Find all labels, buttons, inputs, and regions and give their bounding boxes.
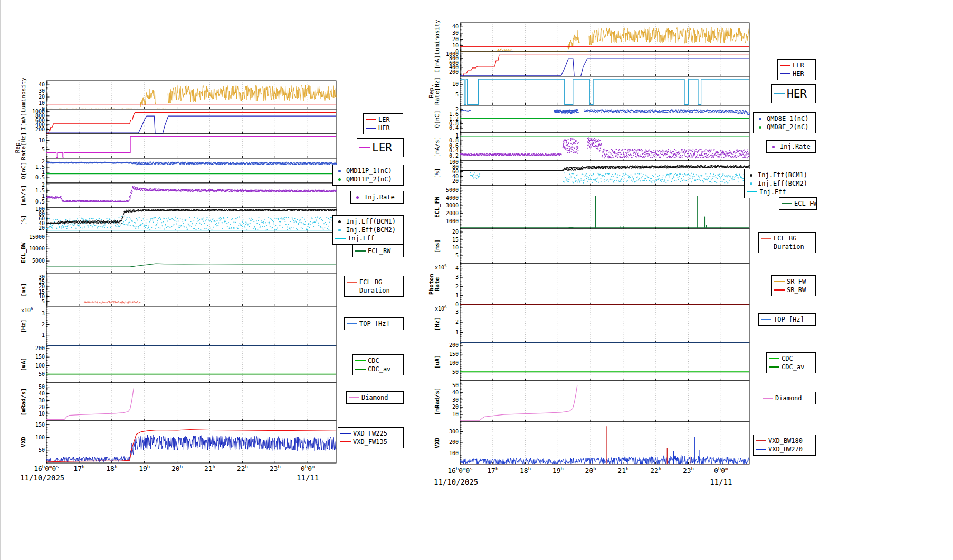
y-axis-label: Q[nC]	[20, 162, 27, 179]
svg-text:300: 300	[449, 429, 459, 435]
x-tick-label: 20h	[171, 464, 183, 472]
svg-text:2: 2	[455, 107, 459, 112]
svg-text:10: 10	[39, 138, 45, 143]
x-tick-label: 0h0m	[714, 466, 728, 475]
subplot-luminosity: 010203040Luminosity	[434, 20, 749, 55]
svg-text:100: 100	[35, 363, 45, 369]
svg-text:10: 10	[452, 245, 459, 250]
svg-text:1000: 1000	[446, 51, 459, 57]
svg-text:10: 10	[452, 81, 459, 87]
subplot-rep-rate: 510Rep.Rate[Hz]	[428, 76, 749, 105]
subplot-ecl-bw: 50001000015000ECL_BW	[20, 233, 336, 273]
svg-text:20: 20	[39, 404, 45, 410]
subplot-injection-rate: 0.511.52[mA/s]	[20, 182, 337, 208]
y-axis-label: [mRad/s]	[434, 388, 441, 416]
svg-text:0.5: 0.5	[35, 175, 45, 180]
svg-text:10: 10	[39, 100, 45, 106]
svg-text:100: 100	[449, 360, 459, 366]
y-axis-label: [mRad/s]	[20, 388, 27, 416]
svg-text:1: 1	[42, 193, 45, 199]
x-tick-label: 22h	[237, 464, 248, 472]
subplot-beam-current: 2004006008001000I[mA]	[20, 109, 336, 134]
svg-text:0: 0	[455, 302, 459, 307]
x-axis-labels-right: 16h0m0s17h18h19h20h21h22h23h0h0m11/10/20…	[434, 466, 732, 486]
y-axis-label: Q[nC]	[434, 110, 441, 128]
x-tick-label: 17h	[73, 464, 84, 472]
x-tick-label: 22h	[650, 466, 661, 475]
svg-text:1: 1	[42, 332, 45, 338]
svg-text:3: 3	[455, 274, 459, 280]
subplot-top-rate: 123[Hz]x106	[434, 305, 749, 343]
y-axis-label: Luminosity	[434, 20, 441, 55]
subplot-injection-charge: 0.40.81.21.62Q[nC]	[434, 105, 750, 133]
charts-canvas: 010203040Luminosity2004006008001000I[mA]…	[0, 0, 953, 560]
axis-scale-label: x105	[435, 264, 447, 271]
svg-text:2: 2	[455, 284, 459, 289]
svg-text:30: 30	[39, 88, 45, 94]
y-axis-label: VXD	[434, 438, 441, 448]
x-tick-label: 21h	[617, 466, 628, 475]
svg-text:1: 1	[42, 169, 45, 175]
svg-text:4: 4	[455, 265, 459, 271]
svg-text:1: 1	[455, 293, 459, 298]
svg-text:0.2: 0.2	[449, 153, 459, 159]
svg-text:1: 1	[455, 330, 459, 335]
subplot-injection-efficiency: 20406080100[%]	[20, 206, 337, 233]
subplot-vxd-dose: 50100150VXD	[20, 421, 336, 463]
svg-text:15: 15	[452, 237, 459, 243]
y-axis-label: Rate	[434, 277, 441, 291]
svg-text:0.6: 0.6	[449, 143, 459, 149]
y-axis-label: [mA/s]	[434, 137, 441, 158]
svg-text:200: 200	[449, 439, 459, 445]
beam-background-monitor-page: 010203040Luminosity2004006008001000I[mA]…	[0, 0, 953, 560]
svg-text:3000: 3000	[446, 202, 459, 208]
svg-text:40: 40	[39, 391, 45, 397]
y-axis-label: [Hz]	[20, 319, 27, 333]
date-start-label: 11/10/2025	[434, 478, 478, 486]
svg-text:20: 20	[452, 229, 459, 235]
svg-text:10: 10	[39, 411, 45, 417]
svg-text:50: 50	[39, 371, 45, 377]
y-axis-label: [ms]	[434, 239, 441, 254]
y-axis-label: Rate[Hz]	[20, 132, 27, 160]
date-end-label: 11/11	[710, 478, 732, 486]
y-axis-label: [%]	[20, 215, 27, 226]
x-tick-label: 19h	[552, 466, 564, 475]
svg-text:5: 5	[42, 147, 45, 152]
svg-text:1.5: 1.5	[35, 164, 45, 170]
subplot-ecl-bg-duration: 51015202530[ms]	[20, 273, 336, 306]
svg-text:5: 5	[455, 253, 459, 258]
y-axis-label: [uA]	[20, 358, 27, 372]
svg-text:50: 50	[39, 384, 45, 390]
svg-text:150: 150	[35, 354, 45, 360]
svg-text:100: 100	[449, 450, 459, 456]
svg-text:0.8: 0.8	[449, 138, 459, 143]
svg-text:15000: 15000	[29, 234, 45, 240]
axis-scale-label: x106	[21, 306, 33, 313]
subplot-injection-charge: 0.511.52Q[nC]	[20, 158, 337, 183]
subplot-diamond-dose: 1020304050[mRad/s]	[20, 383, 336, 421]
y-axis-label: [%]	[434, 168, 441, 179]
svg-text:2: 2	[42, 182, 45, 188]
svg-text:1.5: 1.5	[35, 188, 45, 194]
y-axis-label: I[mA]	[434, 55, 441, 73]
svg-text:5000: 5000	[446, 187, 459, 193]
svg-text:20: 20	[39, 94, 45, 100]
subplot-rep-rate: 510Rep.Rate[Hz]	[14, 132, 336, 160]
x-tick-label: 18h	[520, 466, 531, 475]
axis-scale-label: x106	[435, 305, 447, 312]
svg-text:40: 40	[452, 24, 459, 30]
svg-text:50: 50	[39, 447, 45, 453]
y-axis-label: [uA]	[434, 355, 441, 369]
svg-text:1: 1	[455, 133, 459, 139]
subplot-injection-rate: 0.20.40.60.81[mA/s]	[434, 133, 750, 161]
svg-text:0.4: 0.4	[449, 148, 459, 153]
svg-text:30: 30	[39, 274, 45, 280]
svg-text:50: 50	[452, 369, 459, 375]
svg-text:150: 150	[449, 351, 459, 357]
svg-text:40: 40	[39, 82, 45, 88]
x-axis-labels-left: 16h0m0s17h18h19h20h21h22h23h0h0m11/10/20…	[20, 464, 319, 482]
svg-text:2: 2	[42, 159, 45, 165]
subplot-diamond-dose: 1020304050[mRad/s]	[434, 381, 749, 422]
svg-text:3: 3	[455, 309, 459, 315]
